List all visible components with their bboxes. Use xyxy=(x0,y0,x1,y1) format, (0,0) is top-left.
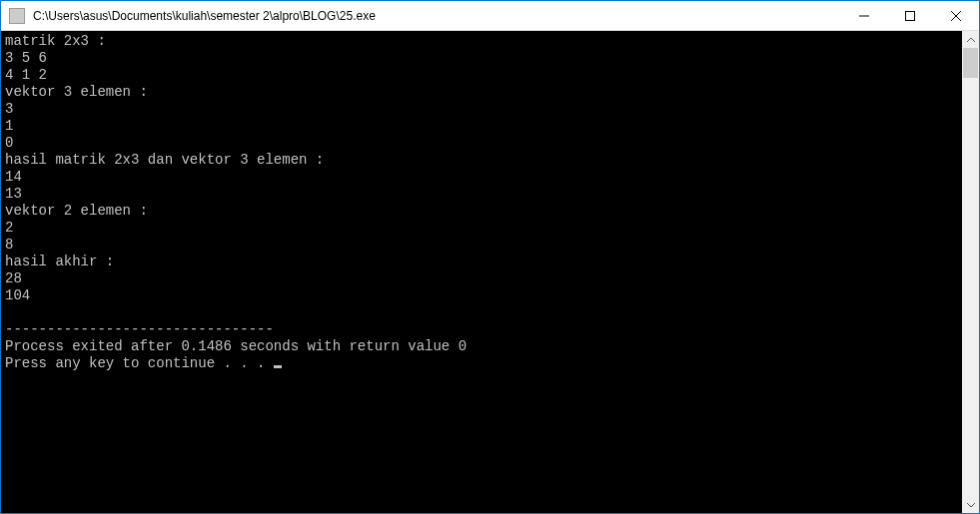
app-icon xyxy=(9,8,25,24)
console-line: hasil akhir : xyxy=(5,254,114,269)
console-line: 3 5 6 xyxy=(5,50,47,66)
console-line: Process exited after 0.1486 seconds with… xyxy=(5,338,467,354)
console-line: 104 xyxy=(5,287,30,303)
console-line: -------------------------------- xyxy=(5,321,274,337)
console-window: C:\Users\asus\Documents\kuliah\semester … xyxy=(0,0,980,514)
chevron-up-icon xyxy=(967,38,975,42)
console-line: matrik 2x3 : xyxy=(5,33,106,49)
text-cursor xyxy=(274,365,282,368)
minimize-icon xyxy=(859,11,869,21)
vertical-scrollbar[interactable] xyxy=(962,31,979,513)
console-line: vektor 2 elemen : xyxy=(5,203,148,219)
console-line: 8 xyxy=(5,237,13,253)
chevron-down-icon xyxy=(967,503,975,507)
maximize-icon xyxy=(905,11,915,21)
console-line: 28 xyxy=(5,270,22,286)
console-line: hasil matrik 2x3 dan vektor 3 elemen : xyxy=(5,152,324,168)
scroll-up-button[interactable] xyxy=(962,31,979,48)
console-line: 1 xyxy=(5,118,13,134)
window-title: C:\Users\asus\Documents\kuliah\semester … xyxy=(33,9,841,23)
console-area: matrik 2x3 : 3 5 6 4 1 2 vektor 3 elemen… xyxy=(1,31,979,513)
console-line: 4 1 2 xyxy=(5,67,47,83)
console-line: 3 xyxy=(5,101,13,117)
window-controls xyxy=(841,1,979,30)
close-button[interactable] xyxy=(933,1,979,30)
titlebar: C:\Users\asus\Documents\kuliah\semester … xyxy=(1,1,979,31)
scroll-thumb[interactable] xyxy=(963,48,978,78)
minimize-button[interactable] xyxy=(841,1,887,30)
close-icon xyxy=(951,11,961,21)
scroll-down-button[interactable] xyxy=(962,496,979,513)
console-line: 14 xyxy=(5,169,22,185)
maximize-button[interactable] xyxy=(887,1,933,30)
console-line: 0 xyxy=(5,135,13,151)
console-output[interactable]: matrik 2x3 : 3 5 6 4 1 2 vektor 3 elemen… xyxy=(1,31,962,513)
svg-rect-1 xyxy=(906,11,915,20)
console-line: 13 xyxy=(5,186,22,202)
console-line: Press any key to continue . . . xyxy=(5,355,274,371)
console-line: vektor 3 elemen : xyxy=(5,84,148,100)
console-line: 2 xyxy=(5,220,13,236)
